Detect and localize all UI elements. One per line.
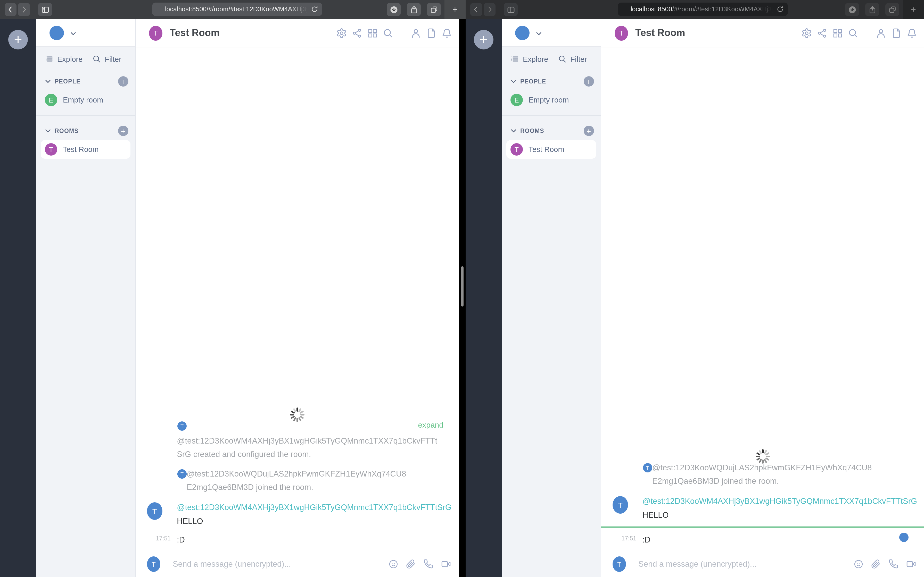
user-avatar[interactable]: [515, 26, 530, 40]
add-community-button[interactable]: +: [8, 30, 28, 50]
add-person-button[interactable]: +: [584, 76, 594, 87]
forward-button[interactable]: [484, 3, 496, 16]
user-menu-bar: [502, 19, 601, 47]
url-host: localhost:8500: [631, 6, 672, 13]
voice-call-icon[interactable]: [423, 559, 434, 569]
message-text: HELLO: [136, 514, 459, 528]
new-tab-button[interactable]: +: [444, 0, 465, 19]
share-button[interactable]: [407, 3, 421, 16]
sidebar-item-empty-room[interactable]: E Empty room: [41, 91, 131, 109]
room-header-icons: [336, 26, 452, 40]
explore-button[interactable]: Explore: [523, 55, 548, 63]
tab-overview-button[interactable]: [885, 3, 899, 16]
back-button[interactable]: [5, 3, 16, 16]
downloads-button[interactable]: [387, 3, 401, 16]
rooms-section-header[interactable]: ROOMS +: [502, 116, 601, 139]
notifications-icon[interactable]: [906, 27, 917, 39]
filter-field[interactable]: Filter: [570, 55, 587, 63]
tab-overview-button[interactable]: [427, 3, 441, 16]
sidebar-item-empty-room[interactable]: E Empty room: [506, 91, 596, 109]
attachment-icon[interactable]: [406, 559, 416, 569]
message-row: 17:51 :D: [136, 533, 459, 546]
emoji-icon[interactable]: [388, 559, 399, 569]
search-icon[interactable]: [92, 55, 101, 63]
settings-icon[interactable]: [336, 27, 347, 39]
message-input[interactable]: [173, 559, 388, 569]
people-section-header[interactable]: PEOPLE +: [502, 66, 601, 90]
share-room-icon[interactable]: [352, 27, 362, 39]
chevron-down-icon[interactable]: [69, 29, 78, 38]
room-view: T Test Room: [136, 19, 459, 577]
sender-id[interactable]: @test:12D3KooWM4AXHj3yBX1wgHGik5TyGQMnmc…: [136, 501, 459, 514]
message-row: 17:51 :D T: [601, 533, 924, 546]
expand-link[interactable]: expand: [418, 421, 443, 429]
chevron-down-icon[interactable]: [535, 29, 543, 38]
back-button[interactable]: [470, 3, 482, 16]
members-icon[interactable]: [410, 27, 421, 39]
search-icon[interactable]: [848, 27, 858, 39]
timestamp: 17:51: [601, 535, 636, 542]
event-summary-row: T expand: [136, 420, 459, 432]
sidebar-item-test-room[interactable]: T Test Room: [41, 140, 131, 159]
reload-icon[interactable]: [310, 5, 319, 13]
address-bar[interactable]: localhost:8500/#/room/#test:12D3KooWM4AX…: [618, 3, 788, 16]
share-button[interactable]: [865, 3, 879, 16]
chevron-down-icon: [510, 127, 517, 134]
room-title: Test Room: [635, 27, 685, 39]
url-path: /#/room/#test:12D3KooWM4AXHj3y: [207, 6, 309, 13]
forward-button[interactable]: [18, 3, 30, 16]
avatar: T: [45, 143, 57, 156]
address-bar[interactable]: localhost:8500/#/room/#test:12D3KooWM4AX…: [152, 3, 322, 16]
member-join-event: T @test:12D3KooWQDujLAS2hpkFwmGKFZH1EyWh…: [136, 467, 459, 494]
sender-avatar[interactable]: T: [612, 496, 628, 514]
downloads-button[interactable]: [845, 3, 859, 16]
avatar: T: [178, 421, 187, 431]
room-list-icon[interactable]: [510, 55, 519, 63]
user-menu-bar: [36, 19, 135, 47]
add-room-button[interactable]: +: [118, 126, 128, 136]
files-icon[interactable]: [891, 27, 902, 39]
room-avatar[interactable]: T: [149, 26, 162, 40]
browser-window-left: localhost:8500/#/room/#test:12D3KooWM4AX…: [0, 0, 465, 577]
people-header-label: PEOPLE: [520, 78, 546, 84]
reload-icon[interactable]: [776, 5, 784, 13]
add-room-button[interactable]: +: [584, 126, 594, 136]
attachment-icon[interactable]: [871, 559, 881, 569]
room-list-icon[interactable]: [45, 55, 53, 63]
sidebar-item-test-room[interactable]: T Test Room: [506, 140, 596, 159]
files-icon[interactable]: [426, 27, 437, 39]
sidebar-toggle-button[interactable]: [504, 3, 518, 16]
share-room-icon[interactable]: [817, 27, 827, 39]
notifications-icon[interactable]: [441, 27, 452, 39]
sender-id[interactable]: @test:12D3KooWM4AXHj3yBX1wgHGik5TyGQMnmc…: [601, 495, 924, 508]
member-join-event: T @test:12D3KooWQDujLAS2hpkFwmGKFZH1EyWh…: [601, 461, 924, 488]
settings-icon[interactable]: [801, 27, 812, 39]
room-avatar[interactable]: T: [615, 26, 628, 40]
new-tab-button[interactable]: +: [903, 0, 924, 19]
message-input[interactable]: [638, 559, 853, 569]
scrollbar-thumb[interactable]: [461, 266, 464, 306]
avatar: E: [45, 94, 57, 106]
apps-grid-icon[interactable]: [832, 27, 843, 39]
voice-call-icon[interactable]: [888, 559, 899, 569]
sender-avatar[interactable]: T: [147, 502, 162, 520]
add-person-button[interactable]: +: [118, 76, 128, 87]
video-call-icon[interactable]: [906, 559, 916, 569]
apps-grid-icon[interactable]: [367, 27, 378, 39]
people-section-header[interactable]: PEOPLE +: [36, 66, 135, 90]
people-header-label: PEOPLE: [55, 78, 81, 84]
message-group: T @test:12D3KooWM4AXHj3yBX1wgHGik5TyGQMn…: [601, 495, 924, 522]
message-composer: T: [136, 551, 459, 577]
explore-button[interactable]: Explore: [57, 55, 82, 63]
search-icon[interactable]: [383, 27, 393, 39]
filter-field[interactable]: Filter: [105, 55, 121, 63]
search-icon[interactable]: [558, 55, 567, 63]
add-community-button[interactable]: +: [474, 30, 493, 50]
rooms-section-header[interactable]: ROOMS +: [36, 116, 135, 139]
emoji-icon[interactable]: [853, 559, 864, 569]
composer-icons: [853, 559, 916, 569]
user-avatar[interactable]: [50, 26, 64, 40]
video-call-icon[interactable]: [441, 559, 451, 569]
sidebar-toggle-button[interactable]: [38, 3, 52, 16]
members-icon[interactable]: [876, 27, 886, 39]
